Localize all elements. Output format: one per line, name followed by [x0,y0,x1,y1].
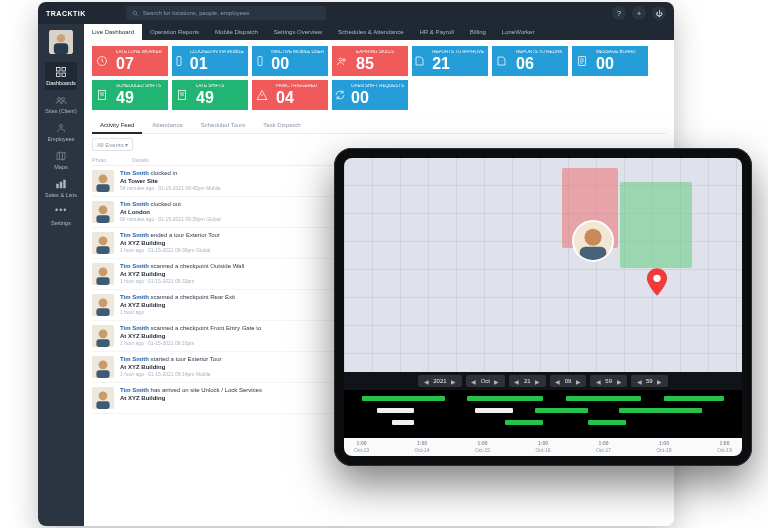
tile-clocked-in-via-mobile[interactable]: CLOCKED-IN VIA MOBILE01 [172,46,248,76]
power-button[interactable]: ⏻ [652,6,666,20]
svg-rect-13 [60,182,62,188]
tile-label: OPEN SHIFT REQUESTS [351,84,404,89]
chevron-left-icon[interactable]: ◀ [422,378,430,385]
chevron-right-icon[interactable]: ▶ [450,378,458,385]
svg-rect-12 [56,184,58,188]
feed-avatar [92,387,114,409]
svg-point-45 [99,391,108,400]
feed-avatar [92,263,114,285]
map[interactable] [344,158,742,372]
chevron-left-icon[interactable]: ◀ [554,378,562,385]
date-select-09[interactable]: ◀09▶ [550,375,587,387]
feed-action: scanned a checkpoint Rear Exit [151,294,235,300]
date-select-2021[interactable]: ◀2021▶ [418,375,461,387]
tab-hr-payroll[interactable]: HR & Payroll [412,24,462,40]
svg-point-36 [99,298,108,307]
tab-mobile-dispatch[interactable]: Mobile Dispatch [207,24,266,40]
tile-scheduled-shifts[interactable]: SCHEDULED SHIFTS49 [92,80,168,110]
tile-expiring-skills[interactable]: EXPIRING SKILLS85 [332,46,408,76]
feed-filter-select[interactable]: All Events ▾ [92,138,133,151]
chevron-left-icon[interactable]: ◀ [513,378,521,385]
feed-avatar [92,201,114,223]
nav-item-dashboard[interactable]: Dashboards [45,62,77,90]
tab-settings-overview[interactable]: Settings Overview [266,24,330,40]
nav-item-employees[interactable]: Employees [45,118,77,146]
tile-label: SCHEDULED SHIFTS [116,84,164,89]
feed-action: clocked in [151,170,178,176]
chevron-right-icon[interactable]: ▶ [493,378,501,385]
axis-tick: 1:00Oct-16 [535,440,550,453]
timeline-axis: 1:00Oct-131:00Oct-141:00Oct-151:00Oct-16… [344,438,742,456]
tile-late-lone-worker[interactable]: LATE LONE WORKER07 [92,46,168,76]
tile-reports-to-approve[interactable]: REPORTS TO APPROVE21 [412,46,488,76]
chevron-left-icon[interactable]: ◀ [470,378,478,385]
tile-value: 06 [516,56,564,72]
add-button[interactable]: + [632,6,646,20]
svg-rect-16 [177,57,181,66]
tile-inactive-mobile-user[interactable]: INACTIVE MOBILE USER00 [252,46,328,76]
feed-tab-scheduled-tours[interactable]: Scheduled Tours [193,118,254,133]
nav-item-sales[interactable]: Sales & Lists [45,174,77,202]
date-select-oct[interactable]: ◀Oct▶ [466,375,505,387]
clock-icon [92,46,112,76]
tab-schedules-attendance[interactable]: Schedules & Attendance [330,24,411,40]
svg-point-3 [57,34,65,42]
chevron-right-icon[interactable]: ▶ [534,378,542,385]
employees-icon [55,122,67,134]
timeline-gantt[interactable] [344,390,742,438]
nav-item-maps[interactable]: Maps [45,146,77,174]
svg-point-42 [99,360,108,369]
tab-operation-reports[interactable]: Operation Reports [142,24,207,40]
feed-tab-attendance[interactable]: Attendance [144,118,190,133]
avatar[interactable] [49,30,73,54]
feed-site: At XYZ Building [120,333,261,340]
map-avatar[interactable] [572,220,614,262]
search-placeholder: Search for locations, people, employees [143,10,250,16]
tile-label: INACTIVE MOBILE USER [271,50,324,55]
svg-rect-40 [96,339,109,347]
svg-point-24 [99,174,108,183]
note-icon [572,46,592,76]
tile-message-board[interactable]: MESSAGE BOARD00 [572,46,648,76]
feed-tab-task-dispatch[interactable]: Task Dispatch [255,118,308,133]
chevron-right-icon[interactable]: ▶ [615,378,623,385]
tab-live-dashboard[interactable]: Live Dashboard [84,24,142,40]
tile-label: REPORTS TO RELINK [516,50,564,55]
feed-meta: 1 hour ago · 01-15-2021 09:16pm [120,341,261,347]
phone-icon [172,46,186,76]
tile-value: 01 [190,56,244,72]
tab-billing[interactable]: Billing [462,24,494,40]
tile-value: 00 [271,56,324,72]
tile-panic-triggered[interactable]: PANIC TRIGGERED04 [252,80,328,110]
chevron-right-icon[interactable]: ▶ [574,378,582,385]
chevron-left-icon[interactable]: ◀ [635,378,643,385]
help-button[interactable]: ? [612,6,626,20]
axis-tick: 1:00Oct-15 [475,440,490,453]
chevron-left-icon[interactable]: ◀ [594,378,602,385]
date-select-59[interactable]: ◀59▶ [631,375,668,387]
date-select-59[interactable]: ◀59▶ [590,375,627,387]
tile-reports-to-relink[interactable]: REPORTS TO RELINK06 [492,46,568,76]
feed-tab-activity-feed[interactable]: Activity Feed [92,118,142,134]
tile-value: 00 [351,90,404,106]
svg-point-10 [61,98,64,101]
tile-late-shifts[interactable]: LATE SHIFTS49 [172,80,248,110]
topbar-actions: ? + ⏻ [612,6,666,20]
date-value: 59 [646,378,653,384]
date-select-21[interactable]: ◀21▶ [509,375,546,387]
dashboard-icon [55,66,67,78]
tile-open-shift-requests[interactable]: OPEN SHIFT REQUESTS00 [332,80,408,110]
axis-tick: 1:00Oct-17 [596,440,611,453]
tile-value: 49 [196,90,244,106]
feed-name: Tim Smith [120,170,149,176]
date-value: 2021 [433,378,446,384]
topbar: TRACKTIK Search for locations, people, e… [38,2,674,24]
feed-tabs: Activity FeedAttendanceScheduled ToursTa… [92,118,666,134]
nav-item-sites[interactable]: Sites (Client) [45,90,77,118]
tab-loneworker[interactable]: LoneWorker [494,24,543,40]
tab-bar: Live DashboardOperation ReportsMobile Di… [84,24,674,40]
search-input[interactable]: Search for locations, people, employees [126,6,326,20]
chevron-right-icon[interactable]: ▶ [656,378,664,385]
nav-item-settings[interactable]: •••Settings [45,202,77,230]
svg-rect-8 [62,73,66,77]
